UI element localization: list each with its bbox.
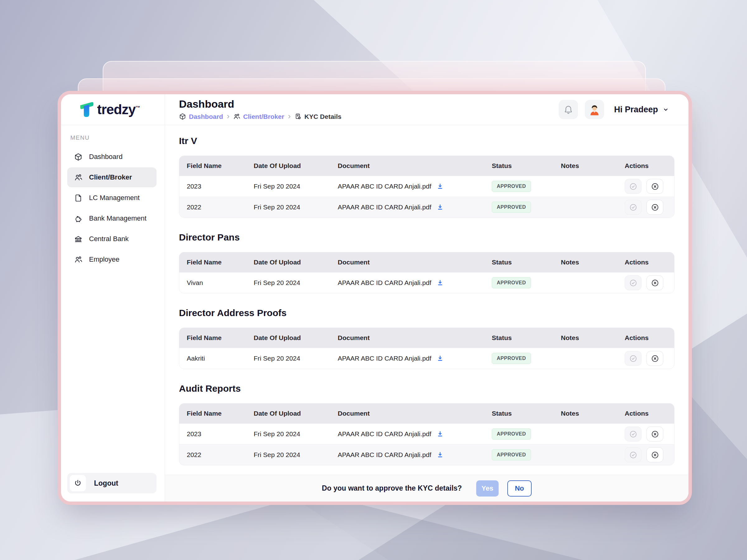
main-panel: Dashboard Dashboard›Client/Broker›KYC De… bbox=[165, 94, 689, 502]
download-button[interactable] bbox=[436, 183, 444, 190]
reject-button[interactable] bbox=[646, 351, 663, 366]
page-header: Dashboard Dashboard›Client/Broker›KYC De… bbox=[165, 94, 689, 125]
no-button[interactable]: No bbox=[507, 480, 532, 497]
cell-date-of-upload: Fri Sep 20 2024 bbox=[246, 204, 330, 211]
sidebar-item-label: Client/Broker bbox=[89, 173, 132, 181]
download-icon bbox=[436, 279, 444, 287]
sidebar-item-employee[interactable]: Employee bbox=[67, 249, 157, 269]
x-circle-icon bbox=[651, 354, 659, 363]
breadcrumb-label: Dashboard bbox=[189, 113, 223, 121]
cell-date-of-upload: Fri Sep 20 2024 bbox=[246, 279, 330, 287]
cell-document: APAAR ABC ID CARD Anjali.pdf bbox=[330, 355, 484, 362]
sidebar-item-dashboard[interactable]: Dashboard bbox=[67, 147, 157, 167]
column-header-field-name: Field Name bbox=[179, 162, 246, 169]
check-circle-icon bbox=[629, 451, 638, 459]
download-button[interactable] bbox=[436, 355, 444, 362]
column-header-document: Document bbox=[330, 259, 484, 266]
sidebar-item-label: Employee bbox=[89, 256, 120, 264]
x-circle-icon bbox=[651, 451, 659, 459]
reject-button[interactable] bbox=[646, 179, 663, 194]
column-header-date-of-upload: Date Of Upload bbox=[246, 162, 330, 169]
cell-document: APAAR ABC ID CARD Anjali.pdf bbox=[330, 451, 484, 459]
file-icon bbox=[74, 194, 82, 202]
cell-status: APPROVED bbox=[484, 202, 553, 213]
table-header-row: Field NameDate Of UploadDocumentStatusNo… bbox=[179, 156, 674, 176]
menu-section-label: MENU bbox=[70, 134, 165, 141]
cell-field-name: 2022 bbox=[179, 204, 246, 211]
cell-actions bbox=[617, 427, 674, 442]
bank-icon bbox=[74, 235, 82, 243]
reject-button[interactable] bbox=[646, 200, 663, 215]
column-header-date-of-upload: Date Of Upload bbox=[246, 334, 330, 342]
sidebar-item-client-broker[interactable]: Client/Broker bbox=[67, 167, 157, 187]
breadcrumb-separator: › bbox=[227, 112, 230, 121]
reject-button[interactable] bbox=[646, 447, 663, 462]
sidebar-item-label: Central Bank bbox=[89, 235, 129, 243]
chevron-down-icon bbox=[662, 106, 669, 113]
sidebar-item-lc-management[interactable]: LC Management bbox=[67, 188, 157, 208]
column-header-status: Status bbox=[484, 259, 553, 266]
document-name: APAAR ABC ID CARD Anjali.pdf bbox=[338, 183, 431, 190]
avatar[interactable] bbox=[585, 100, 604, 119]
breadcrumb-item-dashboard[interactable]: Dashboard bbox=[179, 113, 223, 121]
kyc-table: Field NameDate Of UploadDocumentStatusNo… bbox=[179, 328, 674, 369]
approve-button[interactable] bbox=[625, 447, 642, 462]
cell-field-name: 2023 bbox=[179, 183, 246, 190]
download-button[interactable] bbox=[436, 430, 444, 438]
column-header-actions: Actions bbox=[617, 259, 674, 266]
avatar-person-icon bbox=[588, 103, 601, 116]
check-circle-icon bbox=[629, 354, 638, 363]
table-row: 2022 Fri Sep 20 2024 APAAR ABC ID CARD A… bbox=[179, 444, 674, 465]
column-header-actions: Actions bbox=[617, 334, 674, 342]
table-row: Vivan Fri Sep 20 2024 APAAR ABC ID CARD … bbox=[179, 272, 674, 293]
page-title: Dashboard bbox=[179, 98, 341, 110]
logout-area: Logout bbox=[61, 473, 165, 502]
kyc-section: Director Pans Field NameDate Of UploadDo… bbox=[179, 232, 674, 293]
approve-button[interactable] bbox=[625, 351, 642, 366]
kyc-table: Field NameDate Of UploadDocumentStatusNo… bbox=[179, 403, 674, 465]
user-menu[interactable]: Hi Pradeep bbox=[614, 105, 669, 114]
download-button[interactable] bbox=[436, 279, 444, 287]
column-header-document: Document bbox=[330, 334, 484, 342]
cell-document: APAAR ABC ID CARD Anjali.pdf bbox=[330, 183, 484, 190]
section-title: Director Address Proofs bbox=[179, 308, 674, 318]
sidebar: tredzy™ MENU DashboardClient/BrokerLC Ma… bbox=[61, 94, 165, 502]
cube-icon bbox=[179, 113, 186, 120]
brand-logo-icon bbox=[78, 101, 94, 118]
table-body: 2023 Fri Sep 20 2024 APAAR ABC ID CARD A… bbox=[179, 176, 674, 217]
breadcrumb-item-client-broker[interactable]: Client/Broker bbox=[233, 113, 284, 121]
cell-date-of-upload: Fri Sep 20 2024 bbox=[246, 451, 330, 459]
logout-button[interactable]: Logout bbox=[67, 473, 157, 494]
download-button[interactable] bbox=[436, 204, 444, 211]
column-header-notes: Notes bbox=[553, 259, 617, 266]
download-button[interactable] bbox=[436, 451, 444, 459]
approve-button[interactable] bbox=[625, 275, 642, 290]
column-header-status: Status bbox=[484, 162, 553, 169]
cell-status: APPROVED bbox=[484, 181, 553, 192]
desktop-background: { "brand": { "name": "tredzy", "tm": "™"… bbox=[0, 0, 747, 560]
approve-button[interactable] bbox=[625, 427, 642, 442]
approve-button[interactable] bbox=[625, 179, 642, 194]
kyc-sections: Itr V Field NameDate Of UploadDocumentSt… bbox=[165, 125, 689, 475]
table-header-row: Field NameDate Of UploadDocumentStatusNo… bbox=[179, 403, 674, 423]
status-badge: APPROVED bbox=[492, 449, 531, 460]
reject-button[interactable] bbox=[646, 275, 663, 290]
sidebar-item-label: LC Management bbox=[89, 194, 140, 202]
approve-button[interactable] bbox=[625, 200, 642, 215]
breadcrumb: Dashboard›Client/Broker›KYC Details bbox=[179, 112, 341, 121]
status-badge: APPROVED bbox=[492, 202, 531, 213]
reject-button[interactable] bbox=[646, 427, 663, 442]
approval-footer: Do you want to approve the KYC details? … bbox=[165, 475, 689, 502]
sidebar-item-central-bank[interactable]: Central Bank bbox=[67, 229, 157, 249]
breadcrumb-label: KYC Details bbox=[304, 113, 341, 121]
cell-date-of-upload: Fri Sep 20 2024 bbox=[246, 355, 330, 362]
yes-button[interactable]: Yes bbox=[476, 480, 499, 497]
column-header-status: Status bbox=[484, 334, 553, 342]
notifications-button[interactable] bbox=[559, 100, 578, 119]
column-header-actions: Actions bbox=[617, 410, 674, 417]
breadcrumb-item-kyc-details: KYC Details bbox=[294, 113, 341, 121]
document-name: APAAR ABC ID CARD Anjali.pdf bbox=[338, 355, 431, 362]
cell-actions bbox=[617, 179, 674, 194]
sidebar-item-bank-management[interactable]: Bank Management bbox=[67, 209, 157, 229]
brand-name: tredzy™ bbox=[97, 102, 140, 117]
